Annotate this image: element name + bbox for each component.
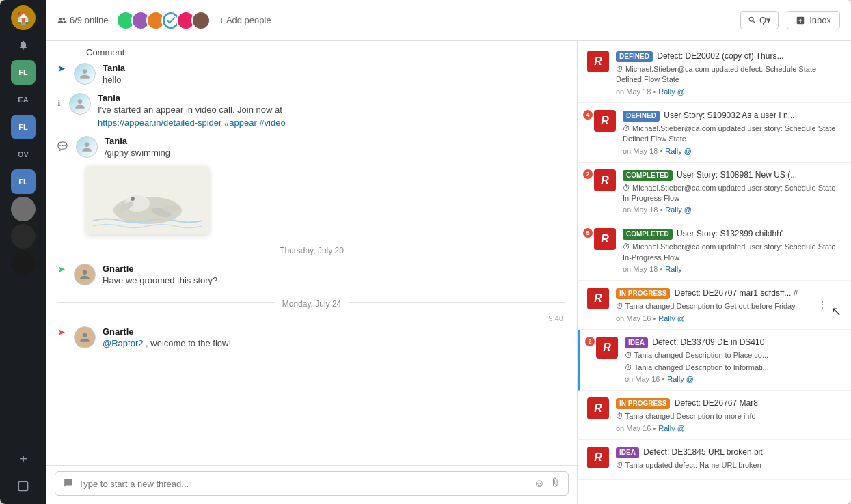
message-content-gnartle-1: Gnartle Have we groomed this story? — [103, 264, 566, 287]
svg-rect-0 — [18, 481, 27, 490]
activity-content-8: IDEA Defect: DE31845 URL broken bit ⏱ Ta… — [616, 447, 841, 473]
chat-input-field[interactable] — [79, 479, 528, 489]
date-divider-monday: Monday, July 24 — [57, 291, 566, 313]
rally-icon-3: R — [594, 169, 616, 191]
chat-panel: Comment ➤ Tania hello ℹ — [46, 41, 578, 504]
online-count: 6/9 online — [70, 15, 108, 25]
message-group-tania-1: ➤ Tania hello — [57, 60, 566, 89]
sidebar-add-button[interactable]: + — [11, 447, 36, 471]
message-sender-gnartle-2: Gnartle — [103, 326, 566, 337]
app-window: 🏠 FL EA FL OV FL + — [0, 0, 851, 504]
rally-r-icon-7: R — [594, 402, 602, 415]
message-sender-3: Tania — [105, 136, 566, 146]
activity-title-6: IDEA Defect: DE33709 DE in DS410 — [625, 337, 841, 348]
avatar-6[interactable] — [191, 11, 211, 30]
sidebar-circle-2[interactable] — [11, 224, 36, 249]
online-badge: 6/9 online — [57, 15, 108, 25]
sidebar-circle-3[interactable] — [11, 251, 36, 276]
chat-bubble-icon — [64, 478, 73, 490]
activity-content-2: DEFINED User Story: S109032 As a user I … — [623, 110, 841, 155]
activity-update-1: ⏱ Michael.Stieber@ca.com updated defect:… — [616, 64, 841, 85]
rally-link-7[interactable]: Rally @ — [658, 424, 685, 432]
message-group-tania-2: ℹ Tania I've started an appear in video … — [57, 90, 566, 131]
badge-completed-3: COMPLETED — [623, 170, 673, 181]
sidebar: 🏠 FL EA FL OV FL + — [0, 0, 46, 504]
activity-update-2: ⏱ Michael.Stieber@ca.com updated user st… — [623, 124, 841, 145]
sidebar-hash-button[interactable] — [11, 474, 36, 499]
message-group-gnartle-2: ➤ Gnartle @Raptor2 , welcome to the flow… — [57, 324, 566, 352]
activity-item-2[interactable]: 4 R DEFINED User Story: S109032 As a use… — [578, 103, 851, 163]
activity-content-7: IN PROGRESS Defect: DE26767 Mar8 ⏱ Tania… — [616, 397, 841, 432]
content-area: Comment ➤ Tania hello ℹ — [46, 41, 851, 504]
rally-link-6[interactable]: Rally @ — [667, 375, 694, 383]
add-people-button[interactable]: + Add people — [219, 15, 271, 25]
message-group-gnartle-1: ➤ Gnartle Have we groomed this story? — [57, 261, 566, 290]
sidebar-item-fl-blue2[interactable]: FL — [11, 169, 36, 194]
more-actions-icon[interactable]: ⋮ — [818, 299, 827, 310]
search-button[interactable]: Q▾ — [740, 11, 779, 29]
message-avatar-tania — [74, 63, 96, 85]
badge-idea-6: IDEA — [625, 337, 648, 348]
activity-item-8[interactable]: R IDEA Defect: DE31845 URL broken bit ⏱ … — [578, 440, 851, 480]
sidebar-circle-1[interactable] — [11, 197, 36, 221]
activity-item-6[interactable]: 2 R IDEA Defect: DE33709 DE in DS410 ⏱ T… — [578, 330, 851, 391]
date-divider-thursday: Thursday, July 20 — [57, 238, 566, 260]
message-content-tania-1: Tania hello — [103, 63, 566, 86]
rally-icon-4: R — [594, 228, 616, 250]
rally-icon-8: R — [587, 447, 609, 468]
date-text-thursday: Thursday, July 20 — [271, 246, 352, 255]
message-text-2: I've started an appear in video call. Jo… — [98, 104, 566, 128]
sidebar-item-ea[interactable]: EA — [11, 87, 36, 112]
badge-inprogress-5: IN PROGRESS — [616, 288, 670, 299]
rally-link-1[interactable]: Rally @ — [658, 87, 685, 96]
activity-content-5: IN PROGRESS Defect: DE26707 mar1 sdfdsff… — [616, 288, 811, 322]
rally-icon-7: R — [587, 397, 609, 419]
date-text-monday: Monday, July 24 — [274, 299, 350, 309]
sidebar-item-ov[interactable]: OV — [11, 142, 36, 167]
appear-link[interactable]: https://appear.in/detailed-spider — [98, 117, 221, 128]
sidebar-home-avatar[interactable]: 🏠 — [11, 5, 36, 30]
message-text-gnartle-2: @Raptor2 , welcome to the flow! — [103, 337, 566, 350]
tag-video: #video — [259, 117, 285, 128]
activity-meta-3: on May 18 • Rally @ — [623, 206, 841, 214]
notification-dot-3: 2 — [583, 169, 593, 179]
activity-item-1[interactable]: R DEFINED Defect: DE20002 (copy of) Thur… — [578, 44, 851, 103]
rally-link-3[interactable]: Rally @ — [665, 206, 692, 214]
sidebar-notifications-icon[interactable] — [11, 33, 36, 57]
message-sender-gnartle-1: Gnartle — [103, 264, 566, 274]
activity-update-5: ⏱ Tania changed Description to Get out b… — [616, 301, 811, 311]
message-avatar-tania-2 — [69, 93, 91, 115]
activity-item-7[interactable]: R IN PROGRESS Defect: DE26767 Mar8 ⏱ Tan… — [578, 391, 851, 439]
rally-link-5[interactable]: Rally @ — [658, 314, 685, 322]
message-avatar-tania-3 — [76, 136, 98, 158]
message-text-3: /giphy swimming — [105, 147, 566, 159]
rally-link-2[interactable]: Rally @ — [665, 147, 692, 155]
inbox-button[interactable]: Inbox — [787, 11, 840, 29]
rally-icon-2: R — [594, 110, 616, 132]
timestamp-948: 9:48 — [57, 314, 566, 322]
attach-button[interactable] — [550, 477, 560, 490]
emoji-button[interactable]: ☺ — [534, 477, 545, 490]
message-arrow-gnartle: ➤ — [57, 264, 66, 275]
rally-r-icon-6: R — [603, 341, 611, 354]
activity-item-3[interactable]: 2 R COMPLETED User Story: S108981 New US… — [578, 163, 851, 222]
activity-update-6a: ⏱ Tania changed Description to Place co.… — [625, 350, 841, 361]
activity-content-4: COMPLETED User Story: S132899 childhh' ⏱… — [623, 228, 841, 273]
activity-update-8: ⏱ Tania updated defect: Name URL broken — [616, 460, 841, 471]
sidebar-item-fl-green[interactable]: FL — [11, 60, 36, 85]
rally-r-icon-3: R — [601, 174, 609, 186]
activity-title-4: COMPLETED User Story: S132899 childhh' — [623, 228, 841, 240]
rally-r-icon-2: R — [601, 115, 609, 127]
sidebar-item-fl-blue[interactable]: FL — [11, 115, 36, 139]
message-avatar-gnartle-1 — [74, 264, 96, 285]
activity-actions-5: ⋮ ↖ — [818, 288, 841, 322]
message-avatar-gnartle-2 — [74, 326, 96, 348]
activity-item-4[interactable]: 5 R COMPLETED User Story: S132899 childh… — [578, 221, 851, 281]
badge-defined-2: DEFINED — [623, 111, 660, 122]
rally-link-4[interactable]: Rally — [665, 265, 681, 273]
activity-item-5[interactable]: R IN PROGRESS Defect: DE26707 mar1 sdfds… — [578, 281, 851, 329]
badge-inprogress-7: IN PROGRESS — [616, 398, 670, 409]
activity-meta-4: on May 18 • Rally — [623, 265, 841, 273]
rally-r-icon-4: R — [601, 233, 609, 245]
activity-content-6: IDEA Defect: DE33709 DE in DS410 ⏱ Tania… — [625, 337, 841, 384]
